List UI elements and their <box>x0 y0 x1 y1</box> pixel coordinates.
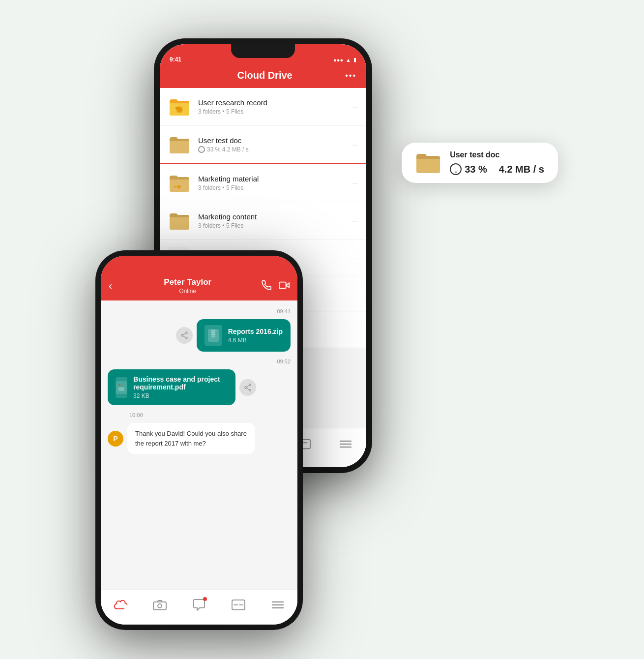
nav-transfer-icon[interactable] <box>294 434 314 454</box>
tooltip-percent: ↓ 33 % <box>450 163 487 175</box>
item-menu-icon[interactable]: ··· <box>351 179 358 187</box>
svg-rect-2 <box>176 107 178 109</box>
time-label-3: 10:00 <box>108 412 291 418</box>
svg-line-14 <box>183 333 186 335</box>
signal-icon: ●●● <box>333 57 343 63</box>
bottom-nav-front <box>101 589 297 625</box>
pdf-file-name: Business case and project requirement.pd… <box>133 375 228 391</box>
plain-folder-icon <box>169 135 190 154</box>
cloud-drive-title: Cloud Drive <box>184 70 345 81</box>
wifi-icon: ▲ <box>346 57 351 63</box>
item-menu-icon[interactable]: ··· <box>351 103 358 111</box>
status-time: 9:41 <box>170 56 181 63</box>
phone-front: ‹ Peter Taylor Online <box>101 256 297 625</box>
zip-file-size: 4.6 MB <box>228 337 283 344</box>
svg-point-30 <box>158 604 162 608</box>
chat-title-wrap: Peter Taylor Online <box>120 277 255 295</box>
pdf-icon <box>116 377 127 398</box>
item-menu-icon[interactable]: ··· <box>351 217 358 225</box>
chat-actions <box>261 280 290 293</box>
tooltip-name: User test doc <box>450 150 544 159</box>
folder-icon-wrap <box>168 133 191 156</box>
back-button[interactable]: ‹ <box>109 280 112 293</box>
download-small-icon: ↓ <box>198 146 205 153</box>
file-meta: 3 folders • 5 Files <box>198 108 351 115</box>
nav-front-chat-badge <box>203 597 207 601</box>
more-menu-icon[interactable]: ••• <box>345 71 356 80</box>
nav-front-camera-icon[interactable] <box>151 596 169 614</box>
nav-front-chat-icon[interactable] <box>190 596 208 614</box>
nav-front-cloud-icon[interactable] <box>112 596 129 614</box>
svg-point-25 <box>249 389 251 391</box>
tooltip-card: User test doc ↓ 33 % 4.2 MB / s <box>402 143 558 183</box>
zip-icon <box>205 325 222 346</box>
time-label-1: 09:41 <box>108 308 291 314</box>
chat-body: 09:41 <box>101 300 297 589</box>
battery-icon: ▮ <box>353 57 356 63</box>
file-info: User test doc ↓ 33 % 4.2 MB / s <box>198 136 351 153</box>
file-info: User research record 3 folders • 5 Files <box>198 98 351 115</box>
pdf-file-size: 32 KB <box>133 392 228 399</box>
file-item[interactable]: Marketing content 3 folders • 5 Files ··… <box>160 202 366 240</box>
nav-menu-icon[interactable] <box>336 434 355 454</box>
time-label-2: 09:52 <box>108 359 291 364</box>
svg-line-15 <box>183 336 186 338</box>
file-meta: 3 folders • 5 Files <box>198 222 351 229</box>
svg-line-27 <box>246 385 249 387</box>
file-name: Marketing material <box>198 175 351 183</box>
svg-line-28 <box>246 388 249 389</box>
share-button[interactable] <box>176 327 193 344</box>
file-meta-download: ↓ 33 % 4.2 MB / s <box>198 146 351 153</box>
svg-rect-10 <box>279 282 286 288</box>
tooltip-speed: 4.2 MB / s <box>499 164 544 175</box>
plain-folder-icon-2 <box>169 211 190 230</box>
svg-point-26 <box>245 387 247 389</box>
avatar-p: P <box>108 431 123 447</box>
zip-file-info: Reports 2016.zip 4.6 MB <box>228 328 283 344</box>
phone-call-icon[interactable] <box>261 280 272 293</box>
message-row-zip: Reports 2016.zip 4.6 MB <box>108 319 291 352</box>
chat-contact-name: Peter Taylor <box>120 277 255 287</box>
share-button-pdf[interactable] <box>239 379 256 396</box>
message-row-text: P Thank you David! Could you also share … <box>108 423 291 454</box>
video-call-icon[interactable] <box>279 280 290 293</box>
chat-status: Online <box>120 288 255 295</box>
text-bubble: Thank you David! Could you also share th… <box>127 423 255 454</box>
svg-marker-9 <box>286 283 289 287</box>
file-item[interactable]: User research record 3 folders • 5 Files… <box>160 88 366 126</box>
message-row-pdf: Business case and project requirement.pd… <box>108 369 291 405</box>
download-circle-icon: ↓ <box>450 163 462 175</box>
zip-file-name: Reports 2016.zip <box>228 328 283 335</box>
camera-folder-icon <box>169 97 190 116</box>
chat-header: ‹ Peter Taylor Online <box>101 256 297 300</box>
nav-front-menu-icon[interactable] <box>269 596 287 614</box>
folder-icon-wrap <box>168 209 191 233</box>
folder-icon-wrap <box>168 171 191 195</box>
svg-rect-29 <box>153 602 166 610</box>
file-meta: 3 folders • 5 Files <box>198 184 351 191</box>
notch <box>231 44 295 58</box>
file-name: User test doc <box>198 136 351 145</box>
file-item[interactable]: Marketing material 3 folders • 5 Files ·… <box>160 164 366 202</box>
svg-point-12 <box>185 337 187 339</box>
file-info: Marketing material 3 folders • 5 Files <box>198 175 351 191</box>
cloud-drive-header: Cloud Drive ••• <box>160 66 366 88</box>
tooltip-stats: ↓ 33 % 4.2 MB / s <box>450 163 544 175</box>
folder-icon-wrap <box>168 95 191 119</box>
svg-point-24 <box>249 384 251 386</box>
svg-rect-21 <box>116 381 127 394</box>
svg-rect-5 <box>298 439 310 449</box>
file-item-downloading[interactable]: User test doc ↓ 33 % 4.2 MB / s ··· <box>160 126 366 164</box>
arrow-folder-icon <box>169 174 190 192</box>
pdf-file-bubble[interactable]: Business case and project requirement.pd… <box>108 369 235 405</box>
file-name: Marketing content <box>198 212 351 221</box>
item-menu-icon[interactable]: ··· <box>351 141 358 149</box>
tooltip-folder-icon <box>415 151 441 174</box>
file-info: Marketing content 3 folders • 5 Files <box>198 212 351 229</box>
nav-front-transfer-icon[interactable] <box>230 596 247 614</box>
zip-file-bubble[interactable]: Reports 2016.zip 4.6 MB <box>197 319 291 352</box>
svg-point-11 <box>185 332 187 334</box>
svg-point-13 <box>181 334 183 336</box>
file-name: User research record <box>198 98 351 107</box>
pdf-file-info: Business case and project requirement.pd… <box>133 375 228 399</box>
